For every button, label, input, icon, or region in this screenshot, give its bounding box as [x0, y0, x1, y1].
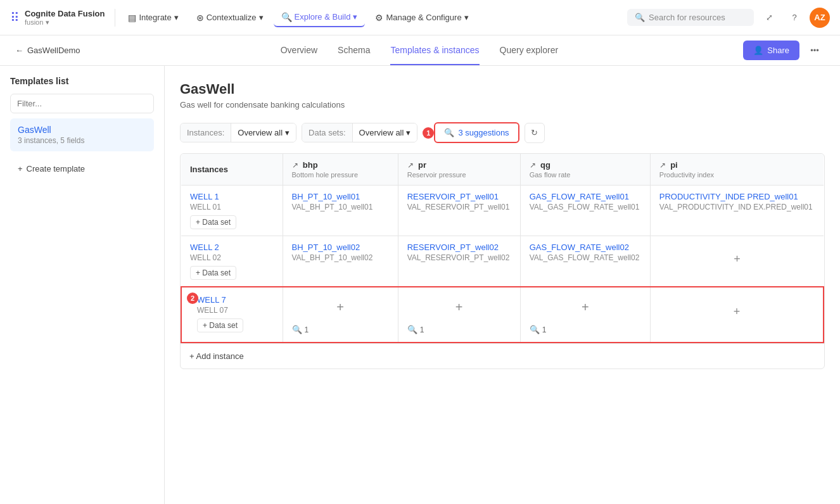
bhp-add-well7[interactable]: +	[292, 295, 389, 320]
bhp-icon: ↗	[292, 161, 298, 170]
share-label: Share	[767, 46, 789, 55]
secondary-navigation: ← GasWellDemo Overview Schema Templates …	[0, 35, 840, 66]
qg-link-well1[interactable]: GAS_FLOW_RATE_well01	[530, 192, 641, 201]
suggestions-button[interactable]: 🔍 3 suggestions	[434, 122, 519, 143]
create-template-button[interactable]: + Create template	[10, 159, 154, 179]
suggestion-row-well7: 2 WELL 7 WELL 07 + Data set +	[181, 287, 824, 343]
instances-select[interactable]: Overview all ▾	[231, 123, 296, 142]
qg-search-count-well7: 🔍 1	[530, 325, 547, 334]
nav-contextualize[interactable]: ⊛ Contextualize ▾	[189, 9, 271, 27]
help-icon-btn[interactable]: ?	[784, 8, 805, 28]
col-header-pr: ↗ pr Reservoir pressure	[398, 154, 520, 186]
search-placeholder: Search for resources	[649, 13, 725, 22]
pi-add-well7[interactable]: +	[659, 295, 814, 329]
instance-name-well1[interactable]: WELL 1	[190, 192, 274, 201]
back-icon: ←	[15, 46, 23, 55]
more-options-button[interactable]: •••	[805, 41, 825, 61]
col-header-qg: ↗ qg Gas flow rate	[520, 154, 650, 186]
nav-manage-label: Manage & Configure	[386, 13, 461, 22]
datasets-select-group[interactable]: Data sets: Overview all ▾	[302, 123, 417, 142]
instance-name-well2[interactable]: WELL 2	[190, 243, 274, 252]
contextualize-icon: ⊛	[196, 13, 204, 23]
tab-query-explorer[interactable]: Query explorer	[500, 36, 559, 65]
sidebar-title: Templates list	[10, 76, 154, 86]
nav-items: ▤ Integrate ▾ ⊛ Contextualize ▾ 🔍 Explor…	[120, 8, 622, 27]
add-instance-button[interactable]: + Add instance	[181, 343, 824, 369]
suggestions-label: 3 suggestions	[458, 128, 509, 137]
pi-add-well2[interactable]: +	[659, 243, 815, 276]
table-row: WELL 1 WELL 01 + Data set BH_PT_10_well0…	[181, 186, 824, 236]
nav-integrate-label: Integrate	[139, 13, 171, 22]
pr-cell-well2: RESERVOIR_PT_well02 VAL_RESERVOIR_PT_wel…	[398, 236, 520, 287]
pr-sub-well2: VAL_RESERVOIR_PT_well02	[407, 253, 511, 262]
nav-right: 🔍 Search for resources ⤢ ? AZ	[627, 8, 830, 28]
back-button[interactable]: ← GasWellDemo	[15, 46, 80, 55]
pr-suggestion-well7: + 🔍 1	[407, 295, 511, 334]
suggestion-badge-2: 2	[187, 293, 198, 304]
nav-explore-label: Explore & Build	[295, 12, 351, 22]
brand-icon: ⠿	[10, 10, 20, 25]
tab-templates-instances[interactable]: Templates & instances	[390, 36, 479, 65]
col-instances-title: Instances	[190, 165, 228, 174]
dataset-badge-well7[interactable]: + Data set	[197, 318, 243, 332]
pi-cell-well7[interactable]: +	[650, 287, 824, 343]
search-icon: 🔍	[635, 13, 645, 22]
dataset-badge-well1[interactable]: + Data set	[190, 215, 236, 229]
back-label: GasWellDemo	[27, 46, 80, 55]
pi-title: pi	[670, 160, 678, 170]
sidebar-filter-input[interactable]	[10, 94, 154, 113]
bhp-sub-well1: VAL_BH_PT_10_well01	[292, 203, 389, 211]
bhp-link-well2[interactable]: BH_PT_10_well02	[292, 243, 389, 252]
table-row: WELL 2 WELL 02 + Data set BH_PT_10_well0…	[181, 236, 824, 287]
instances-label: Instances:	[181, 123, 231, 142]
bhp-title: bhp	[303, 160, 318, 170]
datasets-select[interactable]: Overview all ▾	[353, 123, 417, 142]
tab-schema[interactable]: Schema	[338, 36, 370, 65]
suggestions-wrapper: 1 🔍 3 suggestions	[423, 122, 519, 143]
bhp-cell-well1: BH_PT_10_well01 VAL_BH_PT_10_well01	[283, 186, 398, 236]
nav-manage-configure[interactable]: ⚙ Manage & Configure ▾	[367, 9, 476, 27]
pr-link-well2[interactable]: RESERVOIR_PT_well02	[407, 243, 511, 252]
pr-add-well7[interactable]: +	[407, 295, 511, 320]
share-icon: 👤	[753, 46, 763, 55]
pi-subtitle: Productivity index	[659, 171, 815, 179]
share-button[interactable]: 👤 Share	[743, 41, 799, 60]
instance-sub-well2: WELL 02	[190, 253, 274, 262]
instance-cell-well1: WELL 1 WELL 01 + Data set	[181, 186, 283, 236]
instance-cell-well2: WELL 2 WELL 02 + Data set	[181, 236, 283, 287]
manage-icon: ⚙	[375, 13, 383, 23]
chevron-down-icon: ▾	[285, 128, 290, 137]
col-header-pi: ↗ pi Productivity index	[650, 154, 824, 186]
brand-text: Cognite Data Fusion fusion ▾	[25, 9, 105, 27]
instance-name-well7[interactable]: WELL 7	[197, 295, 274, 305]
sidebar-item-gaswell[interactable]: GasWell 3 instances, 5 fields	[10, 118, 154, 151]
content-description: Gas well for condensate banking calculat…	[180, 100, 825, 110]
pr-count: 1	[420, 325, 424, 334]
qg-add-well7[interactable]: +	[530, 295, 641, 320]
bhp-count: 1	[305, 325, 309, 334]
instances-select-group[interactable]: Instances: Overview all ▾	[180, 123, 296, 142]
toolbar: Instances: Overview all ▾ Data sets: Ove…	[180, 122, 825, 143]
dataset-badge-well2[interactable]: + Data set	[190, 266, 236, 280]
plus-icon: +	[18, 164, 23, 173]
avatar[interactable]: AZ	[810, 8, 830, 28]
qg-link-well2[interactable]: GAS_FLOW_RATE_well02	[530, 243, 641, 252]
nav-explore-build[interactable]: 🔍 Explore & Build ▾	[274, 8, 366, 27]
secondary-tabs: Overview Schema Templates & instances Qu…	[96, 36, 744, 65]
bhp-cell-well7: + 🔍 1	[283, 287, 398, 343]
brand-logo[interactable]: ⠿ Cognite Data Fusion fusion ▾	[10, 9, 115, 27]
refresh-button[interactable]: ↻	[525, 123, 545, 143]
datasets-label: Data sets:	[302, 123, 353, 142]
pi-link-well1[interactable]: PRODUCTIVITY_INDE PRED_well01	[659, 192, 815, 201]
bhp-link-well1[interactable]: BH_PT_10_well01	[292, 192, 389, 201]
qg-suggestion-well7: + 🔍 1	[530, 295, 641, 334]
pr-link-well1[interactable]: RESERVOIR_PT_well01	[407, 192, 511, 201]
bhp-sub-well2: VAL_BH_PT_10_well02	[292, 253, 389, 262]
tab-overview[interactable]: Overview	[281, 36, 317, 65]
expand-icon-btn[interactable]: ⤢	[759, 8, 779, 28]
explore-icon: 🔍	[281, 12, 292, 22]
pi-cell-well2[interactable]: +	[650, 236, 824, 287]
qg-subtitle: Gas flow rate	[530, 171, 641, 179]
search-bar[interactable]: 🔍 Search for resources	[627, 9, 754, 26]
nav-integrate[interactable]: ▤ Integrate ▾	[120, 9, 186, 27]
